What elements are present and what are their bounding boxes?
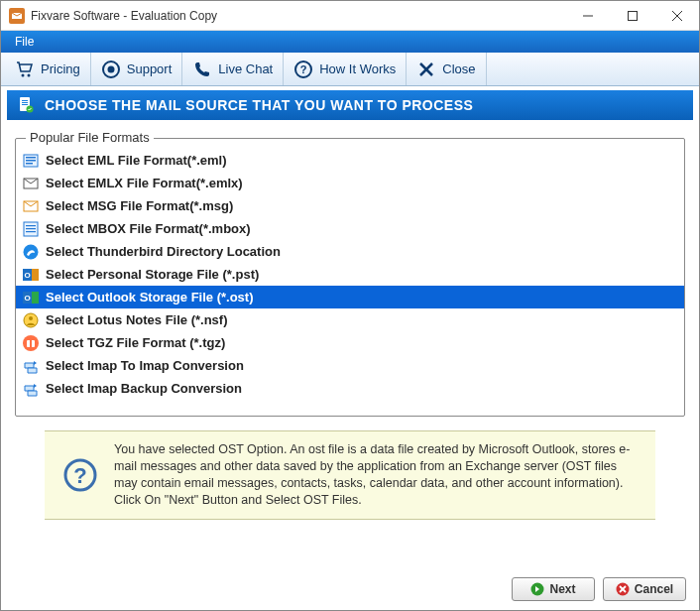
format-row[interactable]: OSelect Personal Storage File (*.pst) bbox=[16, 263, 684, 286]
cart-icon bbox=[15, 60, 35, 79]
livechat-button[interactable]: Live Chat bbox=[182, 53, 284, 85]
format-row[interactable]: Select EML File Format(*.eml) bbox=[16, 149, 684, 172]
toolbar: Pricing Support Live Chat ? How It Works… bbox=[1, 53, 699, 86]
svg-rect-21 bbox=[26, 163, 33, 165]
svg-rect-16 bbox=[22, 104, 28, 105]
svg-rect-26 bbox=[26, 228, 36, 229]
format-row[interactable]: Select EMLX File Format(*.emlx) bbox=[16, 172, 684, 194]
headset-icon bbox=[101, 60, 121, 79]
svg-rect-15 bbox=[22, 102, 28, 103]
next-label: Next bbox=[549, 582, 575, 596]
svg-rect-20 bbox=[26, 160, 36, 162]
cancel-label: Cancel bbox=[635, 582, 673, 596]
close-window-button[interactable] bbox=[654, 1, 699, 31]
format-label: Select Thunderbird Directory Location bbox=[46, 244, 281, 259]
format-label: Select EMLX File Format(*.emlx) bbox=[46, 176, 243, 190]
ost-icon: O bbox=[22, 289, 40, 306]
svg-rect-2 bbox=[628, 11, 637, 20]
mbox-icon bbox=[22, 220, 40, 238]
cancel-icon bbox=[616, 582, 630, 596]
formats-group: Popular File Formats Select EML File For… bbox=[15, 138, 685, 417]
format-label: Select Personal Storage File (*.pst) bbox=[46, 267, 259, 282]
pst-icon: O bbox=[22, 266, 40, 284]
svg-rect-31 bbox=[32, 269, 39, 281]
format-row[interactable]: Select MSG File Format(*.msg) bbox=[16, 194, 684, 217]
format-label: Select Outlook Storage File (*.ost) bbox=[46, 290, 253, 305]
howitworks-button[interactable]: ? How It Works bbox=[284, 53, 407, 85]
close-label: Close bbox=[442, 61, 475, 76]
header-band: CHOOSE THE MAIL SOURCE THAT YOU WANT TO … bbox=[7, 90, 693, 120]
svg-text:?: ? bbox=[300, 63, 307, 75]
svg-rect-34 bbox=[32, 292, 39, 304]
pricing-button[interactable]: Pricing bbox=[5, 53, 91, 85]
close-button[interactable]: Close bbox=[407, 53, 486, 85]
minimize-button[interactable] bbox=[565, 1, 610, 31]
format-label: Select Imap Backup Conversion bbox=[46, 381, 242, 396]
format-row[interactable]: Select Imap To Imap Conversion bbox=[16, 354, 684, 377]
format-label: Select TGZ File Format (*.tgz) bbox=[46, 335, 225, 350]
group-legend: Popular File Formats bbox=[26, 130, 154, 145]
svg-text:?: ? bbox=[73, 463, 86, 488]
svg-point-8 bbox=[107, 65, 114, 72]
cancel-button[interactable]: Cancel bbox=[603, 577, 686, 601]
format-label: Select MSG File Format(*.msg) bbox=[46, 198, 233, 213]
header-text: CHOOSE THE MAIL SOURCE THAT YOU WANT TO … bbox=[45, 97, 473, 113]
format-row[interactable]: Select MBOX File Format(*.mbox) bbox=[16, 217, 684, 240]
svg-rect-39 bbox=[30, 340, 32, 347]
svg-text:O: O bbox=[24, 271, 30, 280]
svg-rect-19 bbox=[26, 157, 36, 159]
info-text: You have selected OST Option. An ost fil… bbox=[114, 441, 640, 509]
next-icon bbox=[530, 582, 544, 596]
imap-icon bbox=[22, 380, 40, 398]
format-row[interactable]: OSelect Outlook Storage File (*.ost) bbox=[16, 286, 684, 308]
svg-text:O: O bbox=[24, 294, 30, 303]
format-row[interactable]: Select Imap Backup Conversion bbox=[16, 377, 684, 400]
svg-rect-27 bbox=[26, 231, 36, 232]
imap-icon bbox=[22, 357, 40, 375]
info-box: ? You have selected OST Option. An ost f… bbox=[45, 430, 655, 520]
svg-point-6 bbox=[28, 73, 31, 76]
format-label: Select EML File Format(*.eml) bbox=[46, 153, 227, 168]
format-label: Select Lotus Notes File (*.nsf) bbox=[46, 312, 227, 327]
tbird-icon bbox=[22, 243, 40, 261]
maximize-button[interactable] bbox=[610, 1, 654, 31]
phone-icon bbox=[192, 60, 212, 79]
nsf-icon bbox=[22, 311, 40, 329]
support-label: Support bbox=[127, 61, 173, 76]
svg-point-36 bbox=[29, 316, 33, 320]
content-area: Popular File Formats Select EML File For… bbox=[1, 120, 699, 524]
window-title: Fixvare Software - Evaluation Copy bbox=[31, 9, 565, 23]
tgz-icon bbox=[22, 334, 40, 352]
livechat-label: Live Chat bbox=[218, 61, 273, 76]
msg-icon bbox=[22, 197, 40, 215]
footer: Next Cancel bbox=[512, 577, 686, 601]
howitworks-label: How It Works bbox=[319, 61, 396, 76]
app-icon bbox=[9, 8, 25, 24]
svg-rect-25 bbox=[26, 225, 36, 226]
eml-icon bbox=[22, 152, 40, 170]
x-icon bbox=[416, 60, 436, 79]
support-button[interactable]: Support bbox=[91, 53, 183, 85]
menubar: File bbox=[1, 31, 699, 53]
svg-rect-14 bbox=[22, 100, 28, 101]
info-icon: ? bbox=[60, 455, 100, 495]
format-label: Select Imap To Imap Conversion bbox=[46, 358, 244, 373]
emlx-icon bbox=[22, 175, 40, 192]
format-row[interactable]: Select TGZ File Format (*.tgz) bbox=[16, 331, 684, 354]
question-icon: ? bbox=[293, 60, 313, 79]
next-button[interactable]: Next bbox=[512, 577, 595, 601]
format-label: Select MBOX File Format(*.mbox) bbox=[46, 221, 251, 236]
format-row[interactable]: Select Thunderbird Directory Location bbox=[16, 240, 684, 263]
svg-point-5 bbox=[22, 73, 25, 76]
file-list: Select EML File Format(*.eml)Select EMLX… bbox=[16, 149, 684, 400]
format-row[interactable]: Select Lotus Notes File (*.nsf) bbox=[16, 308, 684, 331]
menu-file[interactable]: File bbox=[7, 33, 42, 51]
titlebar: Fixvare Software - Evaluation Copy bbox=[1, 1, 699, 31]
pricing-label: Pricing bbox=[41, 61, 80, 76]
document-icon bbox=[17, 96, 35, 114]
